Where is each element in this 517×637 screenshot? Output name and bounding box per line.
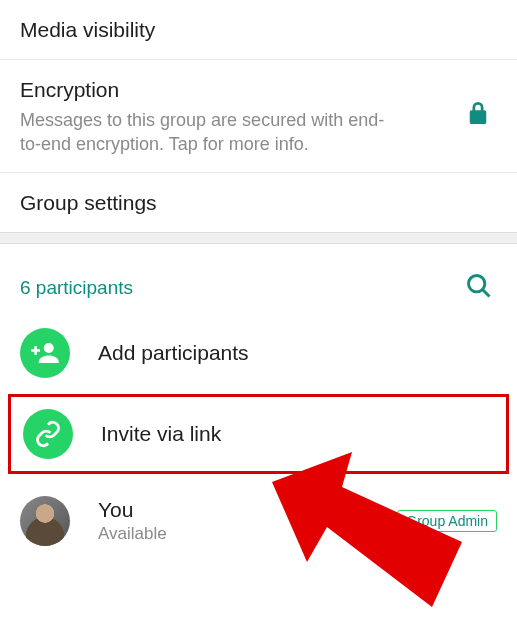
svg-point-2 (44, 343, 54, 353)
member-text: Add participants (98, 341, 497, 365)
add-participants-row[interactable]: Add participants (0, 316, 517, 390)
media-visibility-title: Media visibility (20, 16, 497, 43)
invite-via-link-row[interactable]: Invite via link (8, 394, 509, 474)
participant-you-status: Available (98, 524, 369, 544)
participant-you-row[interactable]: You Available Group Admin (0, 478, 517, 558)
svg-line-1 (483, 290, 490, 297)
encryption-title: Encryption (20, 76, 467, 103)
link-icon (23, 409, 73, 459)
member-text: You Available (98, 498, 369, 544)
encryption-row[interactable]: Encryption Messages to this group are se… (0, 60, 517, 173)
setting-text: Encryption Messages to this group are se… (20, 76, 467, 156)
media-visibility-row[interactable]: Media visibility (0, 0, 517, 60)
add-participants-label: Add participants (98, 341, 497, 365)
avatar (20, 496, 70, 546)
participant-you-name: You (98, 498, 369, 522)
setting-text: Group settings (20, 189, 497, 216)
invite-link-label: Invite via link (101, 422, 494, 446)
search-icon[interactable] (465, 272, 493, 304)
svg-point-0 (469, 276, 485, 292)
add-person-icon (20, 328, 70, 378)
svg-rect-4 (34, 347, 37, 356)
participants-header: 6 participants (0, 244, 517, 316)
participants-count: 6 participants (20, 277, 133, 299)
admin-badge: Group Admin (397, 510, 497, 532)
group-settings-title: Group settings (20, 189, 497, 216)
setting-text: Media visibility (20, 16, 497, 43)
encryption-subtitle: Messages to this group are secured with … (20, 108, 400, 157)
group-settings-row[interactable]: Group settings (0, 173, 517, 232)
section-divider (0, 232, 517, 244)
member-text: Invite via link (101, 422, 494, 446)
lock-icon (467, 100, 497, 132)
